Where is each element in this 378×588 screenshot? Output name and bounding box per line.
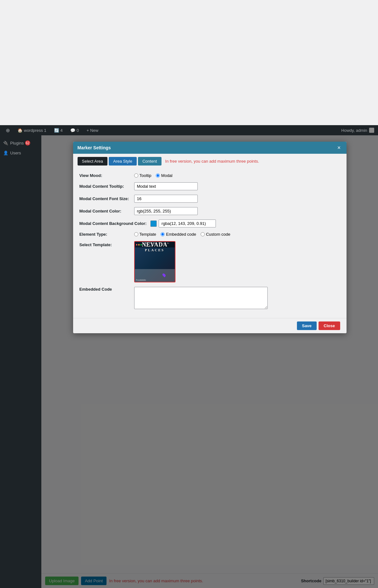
wp-sidebar: 🔌 Plugins 62 👤 Users bbox=[0, 135, 41, 588]
comments-icon: 💬 bbox=[70, 128, 75, 133]
wp-logo-item[interactable]: ⊕ bbox=[4, 125, 12, 135]
modal-tabs: Select Area Area Style Content In free v… bbox=[73, 154, 347, 169]
new-item[interactable]: + New bbox=[85, 125, 100, 135]
embedded-code-row: Embedded Code bbox=[79, 287, 340, 309]
site-name: wordpress 1 bbox=[24, 128, 46, 133]
tab-select-area[interactable]: Select Area bbox=[78, 157, 108, 166]
modal-content-font-size-label: Modal Content Font Size: bbox=[79, 196, 130, 201]
modal-footer: Save Close bbox=[73, 318, 347, 333]
modal-content-bg-color-row: Modal Content Background Color: bbox=[79, 220, 340, 227]
embedded-code-textarea[interactable] bbox=[134, 287, 268, 309]
wp-page-content: Marker Settings × Select Area Area Style… bbox=[41, 135, 378, 588]
view-mood-modal-radio[interactable] bbox=[156, 173, 160, 178]
comments-count: 0 bbox=[77, 128, 79, 133]
element-type-embedded-option[interactable]: Embedded code bbox=[161, 232, 196, 237]
view-mood-options: Tooltip Modal bbox=[134, 173, 173, 178]
plugins-icon: 🔌 bbox=[3, 141, 8, 145]
tab-area-style[interactable]: Area Style bbox=[109, 157, 137, 166]
select-template-label: Select Template: bbox=[79, 241, 130, 247]
wp-admin-bar: ⊕ 🏠 wordpress 1 🔄 4 💬 0 + New Howdy, adm… bbox=[0, 125, 378, 135]
modal-title: Marker Settings bbox=[78, 145, 111, 150]
color-swatch-row bbox=[150, 220, 216, 227]
site-name-item[interactable]: 🏠 wordpress 1 bbox=[16, 125, 48, 135]
sidebar-item-users-label: Users bbox=[10, 151, 21, 155]
element-type-embedded-label: Embedded code bbox=[166, 232, 196, 237]
wp-logo-icon: ⊕ bbox=[6, 127, 10, 133]
modal-tab-warning: In free version, you can add maximum thr… bbox=[165, 159, 259, 164]
sidebar-item-plugins[interactable]: 🔌 Plugins 62 bbox=[0, 138, 41, 148]
modal-close-footer-button[interactable]: Close bbox=[319, 321, 340, 330]
comments-item[interactable]: 💬 0 bbox=[68, 125, 81, 135]
nevada-subtitle: PLACES bbox=[135, 248, 175, 252]
template-thumbnail[interactable]: Best Places To Live In Nevada NEVADA PLA… bbox=[134, 241, 175, 282]
element-type-custom-radio[interactable] bbox=[201, 232, 205, 236]
home-icon: 🏠 bbox=[17, 128, 23, 133]
modal-content-tooltip-label: Modal Content Tooltip: bbox=[79, 184, 130, 189]
users-icon: 👤 bbox=[3, 151, 8, 155]
modal-content-bg-color-input[interactable] bbox=[159, 220, 216, 227]
embedded-code-label: Embedded Code bbox=[79, 287, 130, 292]
element-type-embedded-radio[interactable] bbox=[161, 232, 165, 236]
view-mood-label: View Mood: bbox=[79, 173, 130, 178]
wp-content-area: 🔌 Plugins 62 👤 Users Marker Settings × bbox=[0, 135, 378, 588]
sidebar-item-users[interactable]: 👤 Users bbox=[0, 148, 41, 158]
element-type-template-radio[interactable] bbox=[134, 232, 138, 236]
marker-settings-modal: Marker Settings × Select Area Area Style… bbox=[73, 142, 347, 333]
modal-content-bg-color-label: Modal Content Background Color: bbox=[79, 221, 147, 226]
view-mood-tooltip-label: Tooltip bbox=[140, 173, 152, 178]
view-mood-modal-label: Modal bbox=[161, 173, 172, 178]
view-mood-tooltip-radio[interactable] bbox=[134, 173, 138, 178]
view-mood-row: View Mood: Tooltip Modal bbox=[79, 173, 340, 178]
view-mood-modal-option[interactable]: Modal bbox=[156, 173, 172, 178]
modal-body: View Mood: Tooltip Modal bbox=[73, 169, 347, 318]
sidebar-item-plugins-label: Plugins bbox=[10, 141, 24, 145]
modal-content-color-input[interactable] bbox=[134, 207, 198, 215]
top-blank-area bbox=[0, 0, 378, 125]
admin-bar-right: Howdy, admin bbox=[341, 128, 374, 133]
admin-bar-left: ⊕ 🏠 wordpress 1 🔄 4 💬 0 + New bbox=[4, 125, 100, 135]
modal-content-font-size-input[interactable] bbox=[134, 195, 198, 203]
updates-item[interactable]: 🔄 4 bbox=[52, 125, 65, 135]
tab-content[interactable]: Content bbox=[138, 157, 162, 166]
modal-content-tooltip-row: Modal Content Tooltip: bbox=[79, 182, 340, 190]
admin-avatar bbox=[369, 128, 374, 133]
new-label: + New bbox=[86, 128, 98, 133]
modal-content-color-row: Modal Content Color: bbox=[79, 207, 340, 215]
nevada-title: NEVADA bbox=[135, 242, 175, 248]
nevada-text: NEVADA PLACES bbox=[135, 242, 175, 252]
element-type-label: Element Type: bbox=[79, 232, 130, 237]
howdy-section[interactable]: Howdy, admin bbox=[341, 128, 374, 133]
modal-content-font-size-row: Modal Content Font Size: bbox=[79, 195, 340, 203]
view-mood-tooltip-option[interactable]: Tooltip bbox=[134, 173, 152, 178]
modal-content-color-label: Modal Content Color: bbox=[79, 209, 130, 213]
element-type-row: Element Type: Template Embedded code bbox=[79, 232, 340, 237]
element-type-custom-option[interactable]: Custom code bbox=[201, 232, 230, 237]
plugins-badge: 62 bbox=[25, 140, 30, 145]
howdy-text: Howdy, admin bbox=[341, 128, 367, 133]
select-template-row: Select Template: Best Places To Live In … bbox=[79, 241, 340, 282]
element-type-template-label: Template bbox=[140, 232, 156, 237]
element-type-template-option[interactable]: Template bbox=[134, 232, 156, 237]
updates-count: 4 bbox=[60, 128, 63, 133]
element-type-custom-label: Custom code bbox=[206, 232, 230, 237]
modal-content-tooltip-input[interactable] bbox=[134, 182, 198, 190]
element-type-options: Template Embedded code Custom code bbox=[134, 232, 230, 237]
color-swatch[interactable] bbox=[150, 220, 157, 227]
updates-icon: 🔄 bbox=[54, 128, 59, 133]
modal-overlay: Marker Settings × Select Area Area Style… bbox=[41, 135, 378, 588]
save-button[interactable]: Save bbox=[297, 321, 317, 330]
modal-close-button[interactable]: × bbox=[336, 145, 342, 151]
template-footer-text: Foodidelic bbox=[136, 279, 146, 281]
modal-header: Marker Settings × bbox=[73, 142, 347, 154]
